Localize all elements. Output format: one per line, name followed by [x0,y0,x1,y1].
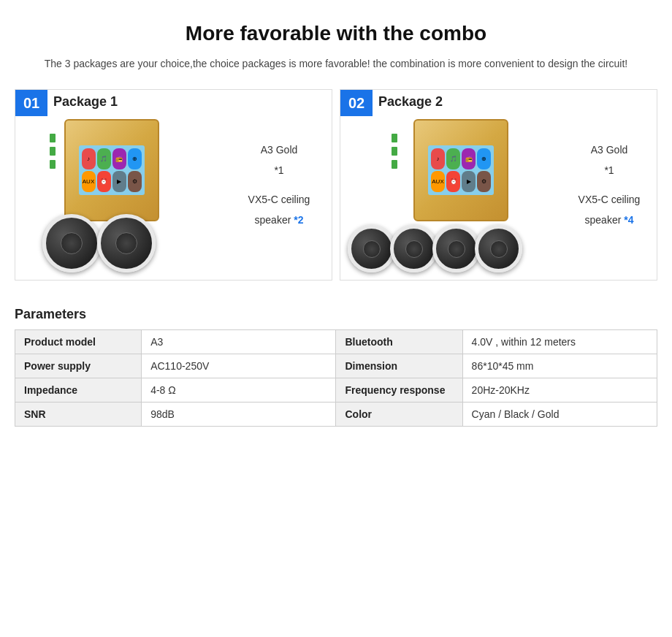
pkg2-qty: *4 [624,214,633,226]
param-value-left-3: 98dB [142,403,336,427]
speaker2-2 [390,225,438,272]
amp-connectors [50,134,56,169]
connector-1 [50,134,56,142]
pkg1-detail-line2: *1 [234,160,324,180]
param-value-right-0: 4.0V , within 12 meters [462,330,657,354]
package-2-badge: 02 [340,90,373,116]
pkg2-detail-line4: speaker *4 [564,210,654,230]
icon2-file: ▶ [462,171,476,192]
pkg1-detail-line3: VX5-C ceiling [234,189,324,210]
connector2-1 [392,134,397,142]
icon2-music: ♪ [431,148,445,169]
icon2-radio: 📻 [462,148,476,169]
param-label-left-0: Product model [15,330,142,354]
params-section: Parameters Product model A3 Bluetooth 4.… [15,307,657,427]
icon-store: 🎵 [97,148,111,169]
icon2-bt: ⊕ [477,148,491,169]
package-1-details: A3 Gold *1 VX5-C ceiling speaker *2 [229,140,324,230]
param-label-left-2: Impedance [15,378,142,403]
param-value-right-1: 86*10*45 mm [462,354,657,378]
packages-row: 01 Package 1 ♪ 🎵 📻 ⊕ AUX ⏰ [15,89,657,281]
icon-bt: ⊕ [128,148,142,169]
package-1-badge: 01 [15,90,47,116]
speaker2-1 [348,225,395,272]
pkg2-detail-line2: *1 [564,160,654,180]
pkg1-detail-line1: A3 Gold [234,140,324,160]
connector-2 [50,147,56,156]
param-value-left-0: A3 [142,330,336,354]
param-row-1: Power supply AC110-250V Dimension 86*10*… [15,354,657,378]
icon-settings: ⚙ [128,171,142,192]
icon2-store: 🎵 [446,148,460,169]
main-title: More favorable with the combo [15,22,657,45]
param-value-right-2: 20Hz-20KHz [462,378,657,403]
icon2-alarm: ⏰ [446,171,460,192]
param-label-right-2: Frequency response [336,378,462,403]
param-label-right-0: Bluetooth [336,330,462,354]
package-2-image: ♪ 🎵 📻 ⊕ AUX ⏰ ▶ ⚙ [348,119,560,272]
param-value-left-1: AC110-250V [142,354,336,378]
pkg1-detail-line4: speaker *2 [234,210,324,230]
icon2-aux: AUX [431,171,445,192]
package-2-details: A3 Gold *1 VX5-C ceiling speaker *4 [560,140,654,230]
connector2-3 [392,160,397,169]
param-row-0: Product model A3 Bluetooth 4.0V , within… [15,330,657,354]
param-row-3: SNR 98dB Color Cyan / Black / Gold [15,403,657,427]
icon-music: ♪ [82,148,96,169]
connector-3 [50,160,56,169]
icon-aux: AUX [82,171,96,192]
icon-file: ▶ [112,171,126,192]
icon2-settings: ⚙ [477,171,491,192]
package-2-card: 02 Package 2 ♪ 🎵 📻 ⊕ AUX ⏰ [340,89,657,281]
connector2-2 [392,147,397,156]
package-1-image: ♪ 🎵 📻 ⊕ AUX ⏰ ▶ ⚙ [23,119,229,272]
params-title: Parameters [15,307,657,322]
product-image-pkg1: ♪ 🎵 📻 ⊕ AUX ⏰ ▶ ⚙ [42,119,210,272]
speaker2-4 [475,225,522,272]
pkg2-detail-line1: A3 Gold [564,140,654,160]
param-label-left-3: SNR [15,403,142,427]
pkg1-qty: *2 [294,214,303,226]
icon-radio: 📻 [112,148,126,169]
package-1-label: Package 1 [53,94,118,110]
params-table: Product model A3 Bluetooth 4.0V , within… [15,329,657,427]
speaker-2 [97,214,156,272]
param-value-left-2: 4-8 Ω [142,378,336,403]
package-1-card: 01 Package 1 ♪ 🎵 📻 ⊕ AUX ⏰ [15,89,332,281]
speaker-1 [42,214,101,272]
amp-panel: ♪ 🎵 📻 ⊕ AUX ⏰ ▶ ⚙ [64,119,159,221]
param-label-left-1: Power supply [15,354,142,378]
amp-screen-2: ♪ 🎵 📻 ⊕ AUX ⏰ ▶ ⚙ [428,145,494,195]
speaker2-3 [432,225,480,272]
icon-alarm: ⏰ [97,171,111,192]
amp-panel-2: ♪ 🎵 📻 ⊕ AUX ⏰ ▶ ⚙ [413,119,508,221]
param-label-right-3: Color [336,403,462,427]
amp-screen: ♪ 🎵 📻 ⊕ AUX ⏰ ▶ ⚙ [79,145,145,195]
page-wrapper: More favorable with the combo The 3 pack… [0,0,672,449]
param-value-right-3: Cyan / Black / Gold [462,403,657,427]
param-row-2: Impedance 4-8 Ω Frequency response 20Hz-… [15,378,657,403]
package-2-label: Package 2 [378,94,443,110]
amp-connectors-2 [392,134,397,169]
product-image-pkg2: ♪ 🎵 📻 ⊕ AUX ⏰ ▶ ⚙ [348,119,560,272]
subtitle: The 3 packages are your choice,the choic… [15,56,657,72]
param-label-right-1: Dimension [336,354,462,378]
pkg2-detail-line3: VX5-C ceiling [564,189,654,210]
